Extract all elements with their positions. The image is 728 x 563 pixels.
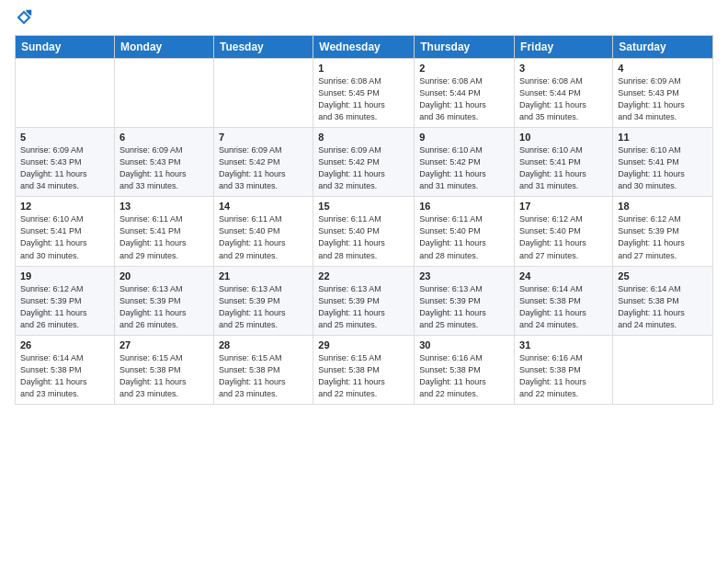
day-number: 28 xyxy=(219,339,308,350)
day-info: Sunrise: 6:13 AM Sunset: 5:39 PM Dayligh… xyxy=(318,283,409,331)
day-info: Sunrise: 6:13 AM Sunset: 5:39 PM Dayligh… xyxy=(419,283,509,331)
calendar-cell: 18Sunrise: 6:12 AM Sunset: 5:39 PM Dayli… xyxy=(613,197,713,266)
calendar-week-row: 1Sunrise: 6:08 AM Sunset: 5:45 PM Daylig… xyxy=(16,59,713,128)
day-info: Sunrise: 6:09 AM Sunset: 5:43 PM Dayligh… xyxy=(20,144,109,192)
day-info: Sunrise: 6:11 AM Sunset: 5:40 PM Dayligh… xyxy=(419,213,509,261)
day-info: Sunrise: 6:16 AM Sunset: 5:38 PM Dayligh… xyxy=(519,352,608,400)
calendar-cell: 23Sunrise: 6:13 AM Sunset: 5:39 PM Dayli… xyxy=(415,266,515,335)
calendar-cell: 16Sunrise: 6:11 AM Sunset: 5:40 PM Dayli… xyxy=(415,197,515,266)
calendar-cell: 9Sunrise: 6:10 AM Sunset: 5:42 PM Daylig… xyxy=(415,128,515,197)
day-of-week-header: Monday xyxy=(114,36,213,59)
day-info: Sunrise: 6:09 AM Sunset: 5:43 PM Dayligh… xyxy=(618,75,708,123)
day-number: 4 xyxy=(618,63,708,74)
day-info: Sunrise: 6:10 AM Sunset: 5:42 PM Dayligh… xyxy=(419,144,509,192)
day-number: 15 xyxy=(318,201,409,212)
day-info: Sunrise: 6:09 AM Sunset: 5:43 PM Dayligh… xyxy=(119,144,209,192)
day-info: Sunrise: 6:13 AM Sunset: 5:39 PM Dayligh… xyxy=(119,283,209,331)
day-number: 16 xyxy=(419,201,509,212)
calendar-cell: 22Sunrise: 6:13 AM Sunset: 5:39 PM Dayli… xyxy=(313,266,415,335)
calendar-cell: 4Sunrise: 6:09 AM Sunset: 5:43 PM Daylig… xyxy=(613,59,713,128)
calendar-week-row: 12Sunrise: 6:10 AM Sunset: 5:41 PM Dayli… xyxy=(16,197,713,266)
calendar-cell: 12Sunrise: 6:10 AM Sunset: 5:41 PM Dayli… xyxy=(16,197,115,266)
calendar-cell: 14Sunrise: 6:11 AM Sunset: 5:40 PM Dayli… xyxy=(213,197,313,266)
day-number: 24 xyxy=(519,270,608,282)
day-number: 19 xyxy=(20,270,109,282)
calendar-cell: 5Sunrise: 6:09 AM Sunset: 5:43 PM Daylig… xyxy=(16,128,115,197)
calendar-cell: 25Sunrise: 6:14 AM Sunset: 5:38 PM Dayli… xyxy=(613,266,713,335)
day-info: Sunrise: 6:14 AM Sunset: 5:38 PM Dayligh… xyxy=(20,352,109,400)
day-number: 14 xyxy=(219,201,308,212)
day-info: Sunrise: 6:15 AM Sunset: 5:38 PM Dayligh… xyxy=(219,352,308,400)
calendar-cell xyxy=(114,59,213,128)
day-of-week-header: Friday xyxy=(515,36,613,59)
calendar-cell: 7Sunrise: 6:09 AM Sunset: 5:42 PM Daylig… xyxy=(213,128,313,197)
calendar-cell: 2Sunrise: 6:08 AM Sunset: 5:44 PM Daylig… xyxy=(415,59,515,128)
day-info: Sunrise: 6:12 AM Sunset: 5:40 PM Dayligh… xyxy=(519,213,608,261)
day-number: 29 xyxy=(318,339,409,350)
day-info: Sunrise: 6:11 AM Sunset: 5:40 PM Dayligh… xyxy=(219,213,308,261)
day-number: 26 xyxy=(20,339,109,350)
day-info: Sunrise: 6:09 AM Sunset: 5:42 PM Dayligh… xyxy=(219,144,308,192)
day-number: 5 xyxy=(20,132,109,143)
day-of-week-header: Saturday xyxy=(613,36,713,59)
day-number: 17 xyxy=(519,201,608,212)
day-number: 25 xyxy=(618,270,708,282)
day-info: Sunrise: 6:09 AM Sunset: 5:42 PM Dayligh… xyxy=(318,144,409,192)
calendar-table: SundayMondayTuesdayWednesdayThursdayFrid… xyxy=(15,35,713,405)
day-number: 30 xyxy=(419,339,509,350)
calendar-cell: 28Sunrise: 6:15 AM Sunset: 5:38 PM Dayli… xyxy=(213,335,313,404)
day-info: Sunrise: 6:16 AM Sunset: 5:38 PM Dayligh… xyxy=(419,352,509,400)
day-info: Sunrise: 6:10 AM Sunset: 5:41 PM Dayligh… xyxy=(20,213,109,261)
day-number: 7 xyxy=(219,132,308,143)
day-number: 9 xyxy=(419,132,509,143)
calendar-cell: 21Sunrise: 6:13 AM Sunset: 5:39 PM Dayli… xyxy=(213,266,313,335)
day-number: 31 xyxy=(519,339,608,350)
day-of-week-header: Wednesday xyxy=(313,36,415,59)
calendar-cell: 20Sunrise: 6:13 AM Sunset: 5:39 PM Dayli… xyxy=(114,266,213,335)
day-of-week-header: Tuesday xyxy=(213,36,313,59)
day-number: 3 xyxy=(519,63,608,74)
days-of-week-row: SundayMondayTuesdayWednesdayThursdayFrid… xyxy=(16,36,713,59)
day-info: Sunrise: 6:15 AM Sunset: 5:38 PM Dayligh… xyxy=(119,352,209,400)
calendar-cell xyxy=(16,59,115,128)
day-number: 23 xyxy=(419,270,509,282)
calendar-cell: 17Sunrise: 6:12 AM Sunset: 5:40 PM Dayli… xyxy=(515,197,613,266)
calendar-cell xyxy=(613,335,713,404)
day-number: 20 xyxy=(119,270,209,282)
day-of-week-header: Thursday xyxy=(415,36,515,59)
day-of-week-header: Sunday xyxy=(16,36,115,59)
day-info: Sunrise: 6:08 AM Sunset: 5:44 PM Dayligh… xyxy=(519,75,608,123)
calendar-cell: 19Sunrise: 6:12 AM Sunset: 5:39 PM Dayli… xyxy=(16,266,115,335)
day-number: 8 xyxy=(318,132,409,143)
day-info: Sunrise: 6:13 AM Sunset: 5:39 PM Dayligh… xyxy=(219,283,308,331)
calendar-week-row: 19Sunrise: 6:12 AM Sunset: 5:39 PM Dayli… xyxy=(16,266,713,335)
day-info: Sunrise: 6:14 AM Sunset: 5:38 PM Dayligh… xyxy=(618,283,708,331)
day-info: Sunrise: 6:12 AM Sunset: 5:39 PM Dayligh… xyxy=(618,213,708,261)
calendar-week-row: 5Sunrise: 6:09 AM Sunset: 5:43 PM Daylig… xyxy=(16,128,713,197)
day-number: 18 xyxy=(618,201,708,212)
calendar-cell: 3Sunrise: 6:08 AM Sunset: 5:44 PM Daylig… xyxy=(515,59,613,128)
day-info: Sunrise: 6:15 AM Sunset: 5:38 PM Dayligh… xyxy=(318,352,409,400)
calendar-cell: 11Sunrise: 6:10 AM Sunset: 5:41 PM Dayli… xyxy=(613,128,713,197)
day-number: 12 xyxy=(20,201,109,212)
day-number: 21 xyxy=(219,270,308,282)
day-number: 13 xyxy=(119,201,209,212)
day-number: 10 xyxy=(519,132,608,143)
day-info: Sunrise: 6:14 AM Sunset: 5:38 PM Dayligh… xyxy=(519,283,608,331)
calendar-cell: 10Sunrise: 6:10 AM Sunset: 5:41 PM Dayli… xyxy=(515,128,613,197)
header xyxy=(15,9,713,29)
calendar-cell: 15Sunrise: 6:11 AM Sunset: 5:40 PM Dayli… xyxy=(313,197,415,266)
calendar-cell: 26Sunrise: 6:14 AM Sunset: 5:38 PM Dayli… xyxy=(16,335,115,404)
calendar-cell: 6Sunrise: 6:09 AM Sunset: 5:43 PM Daylig… xyxy=(114,128,213,197)
calendar-cell: 1Sunrise: 6:08 AM Sunset: 5:45 PM Daylig… xyxy=(313,59,415,128)
day-info: Sunrise: 6:11 AM Sunset: 5:41 PM Dayligh… xyxy=(119,213,209,261)
day-info: Sunrise: 6:08 AM Sunset: 5:44 PM Dayligh… xyxy=(419,75,509,123)
calendar-cell: 30Sunrise: 6:16 AM Sunset: 5:38 PM Dayli… xyxy=(415,335,515,404)
day-info: Sunrise: 6:08 AM Sunset: 5:45 PM Dayligh… xyxy=(318,75,409,123)
day-number: 1 xyxy=(318,63,409,74)
calendar-cell xyxy=(213,59,313,128)
day-info: Sunrise: 6:10 AM Sunset: 5:41 PM Dayligh… xyxy=(519,144,608,192)
calendar-cell: 8Sunrise: 6:09 AM Sunset: 5:42 PM Daylig… xyxy=(313,128,415,197)
calendar-week-row: 26Sunrise: 6:14 AM Sunset: 5:38 PM Dayli… xyxy=(16,335,713,404)
day-number: 2 xyxy=(419,63,509,74)
